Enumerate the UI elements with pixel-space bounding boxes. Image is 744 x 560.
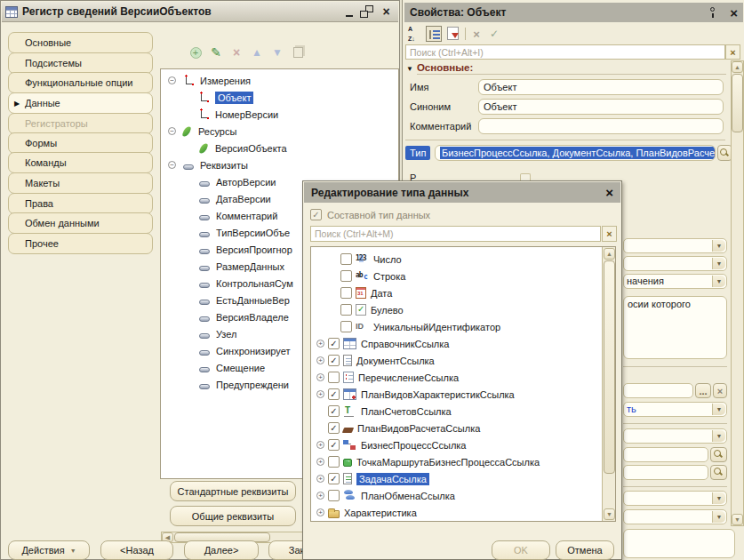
peek-dropdown-2[interactable]: ▼ — [623, 256, 727, 271]
checkbox[interactable] — [340, 270, 352, 282]
tab-dannye[interactable]: ▶Данные — [8, 92, 153, 114]
add-button[interactable]: + — [188, 44, 204, 60]
section-basic[interactable]: ▼ Основные: — [406, 62, 726, 75]
type-row-uid[interactable]: УникальныйИдентификатор — [312, 318, 500, 335]
close-icon[interactable]: × — [605, 185, 613, 200]
tab-makety[interactable]: Макеты — [8, 172, 153, 194]
actions-menu-button[interactable]: Действия▼ — [8, 540, 90, 560]
collapse-icon[interactable]: − — [168, 127, 176, 135]
restore-button[interactable] — [359, 5, 374, 19]
peek-tooltip-box[interactable]: осии которого — [623, 296, 727, 359]
dialog-search-input[interactable] — [310, 226, 601, 242]
tab-formy[interactable]: Формы — [8, 132, 153, 154]
ellipsis-button[interactable]: ... — [695, 383, 711, 398]
pin-icon[interactable] — [708, 6, 717, 19]
checkbox[interactable] — [328, 490, 340, 501]
type-row-plan-vidov-har[interactable]: +✓ПланВидовХарактеристикСсылка — [312, 386, 515, 403]
next-button[interactable]: Далее> — [184, 540, 259, 560]
expand-icon[interactable]: + — [316, 508, 324, 516]
peek-value-field[interactable] — [623, 383, 693, 398]
comment-field[interactable] — [478, 118, 724, 134]
expand-icon[interactable]: + — [316, 492, 324, 500]
expand-icon[interactable]: + — [316, 458, 324, 466]
close-button[interactable]: × — [379, 4, 394, 18]
expand-icon[interactable]: + — [316, 475, 324, 483]
chevron-down-icon[interactable]: ▼ — [712, 511, 725, 523]
checkbox[interactable] — [328, 372, 340, 383]
back-button[interactable]: <Назад — [100, 540, 173, 560]
collapse-icon[interactable]: − — [168, 161, 176, 169]
checkbox[interactable] — [340, 287, 352, 299]
type-row-biznes-process[interactable]: +✓БизнесПроцессСсылка — [312, 436, 466, 453]
standard-attributes-button[interactable]: Стандартные реквизиты — [170, 481, 296, 501]
checkbox[interactable]: ✓ — [328, 355, 340, 366]
tab-prava[interactable]: Права — [8, 193, 153, 214]
type-row-tochka-marshruta[interactable]: +ТочкаМаршрутаБизнесПроцессаСсылка — [312, 453, 540, 470]
categories-view-icon[interactable] — [426, 26, 442, 42]
expand-icon[interactable]: + — [316, 356, 324, 364]
tab-podsistemy[interactable]: Подсистемы — [8, 52, 153, 74]
checkbox[interactable]: ✓ — [328, 422, 340, 434]
tree-item-object[interactable]: Объект — [163, 89, 396, 106]
expand-icon[interactable]: + — [316, 373, 324, 381]
edit-button[interactable]: ✎ — [208, 44, 224, 60]
tab-komandy[interactable]: Команды — [8, 152, 153, 173]
type-row-dokument[interactable]: +✓ДокументСсылка — [312, 352, 435, 369]
cancel-button[interactable]: Отмена — [556, 540, 614, 560]
type-row-harakteristika[interactable]: +Характеристика — [312, 504, 417, 521]
sort-alphabetical-icon[interactable] — [406, 26, 422, 42]
expand-icon[interactable]: + — [316, 390, 324, 398]
type-row-stroka[interactable]: Строка — [312, 268, 405, 284]
synonym-field[interactable]: Объект — [478, 99, 724, 115]
checkbox[interactable] — [340, 253, 352, 265]
chevron-down-icon[interactable]: ▼ — [712, 258, 725, 269]
name-field[interactable]: Объект — [478, 79, 724, 95]
peek-dropdown-6[interactable]: ▼ — [623, 491, 727, 506]
scrollbar-thumb[interactable] — [604, 260, 615, 474]
peek-dropdown-7[interactable]: ▼ — [623, 509, 727, 524]
type-row-zadacha[interactable]: +✓ЗадачаСсылка — [312, 470, 429, 487]
checkbox[interactable]: ✓ — [328, 439, 340, 451]
chevron-down-icon[interactable]: ▼ — [712, 276, 725, 287]
minimize-button[interactable] — [341, 5, 356, 19]
type-row-plan-vidov-rascheta[interactable]: ✓ПланВидовРасчетаСсылка — [312, 420, 480, 436]
peek-lookup-field-1[interactable] — [623, 447, 708, 462]
type-list-scrollbar[interactable]: ▲ ▼ — [602, 247, 615, 521]
partial-checkbox[interactable] — [520, 173, 531, 180]
peek-dropdown-4[interactable]: ть▼ — [623, 402, 727, 417]
common-attributes-button[interactable]: Общие реквизиты — [170, 506, 296, 526]
chevron-down-icon[interactable]: ▼ — [712, 430, 725, 442]
type-row-data[interactable]: Дата — [312, 284, 392, 301]
peek-dropdown-1[interactable]: ▼ — [623, 238, 727, 253]
chevron-down-icon[interactable]: ▼ — [712, 492, 725, 504]
checkbox[interactable] — [340, 304, 352, 316]
peek-text-area[interactable] — [623, 529, 735, 558]
scroll-up-icon[interactable]: ▲ — [732, 61, 743, 73]
tree-group-attributes[interactable]: −Реквизиты — [163, 156, 396, 173]
tree-group-resources[interactable]: −Ресурсы — [163, 123, 396, 140]
tab-prochee[interactable]: Прочее — [8, 233, 153, 254]
chevron-down-icon[interactable]: ▼ — [712, 240, 725, 252]
properties-search-input[interactable] — [405, 44, 725, 60]
peek-lookup-field-2[interactable] — [623, 465, 708, 480]
clear-value-button[interactable]: × — [713, 383, 727, 398]
scroll-down-icon[interactable]: ▼ — [604, 508, 615, 520]
checkbox[interactable]: ✓ — [328, 388, 340, 400]
tree-group-dimensions[interactable]: −Измерения — [163, 72, 396, 89]
type-row-chislo[interactable]: Число — [312, 251, 402, 268]
expand-icon[interactable]: + — [316, 340, 324, 348]
tree-item-versiya-obekta[interactable]: ВерсияОбъекта — [163, 140, 396, 156]
tab-osnovnye[interactable]: Основные — [8, 32, 153, 53]
peek-dropdown-5[interactable]: ▼ — [623, 428, 727, 444]
collapse-icon[interactable]: − — [168, 76, 176, 84]
type-row-bulevo[interactable]: Булево — [312, 301, 404, 318]
search-clear-icon[interactable]: × — [602, 226, 617, 242]
type-field[interactable]: БизнесПроцессСсылка, ДокументСсылка, Пла… — [435, 145, 716, 161]
chevron-down-icon[interactable]: ▼ — [712, 404, 725, 415]
properties-vertical-scrollbar[interactable]: ▲ ▼ — [731, 60, 744, 526]
filter-important-icon[interactable] — [445, 26, 461, 42]
checkbox[interactable]: ✓ — [328, 405, 340, 417]
properties-titlebar[interactable]: Свойства: Объект × — [404, 3, 743, 22]
main-window-titlebar[interactable]: Регистр сведений ВерсииОбъектов — [2, 2, 398, 22]
tree-item-nomer-versii[interactable]: НомерВерсии — [163, 106, 396, 123]
